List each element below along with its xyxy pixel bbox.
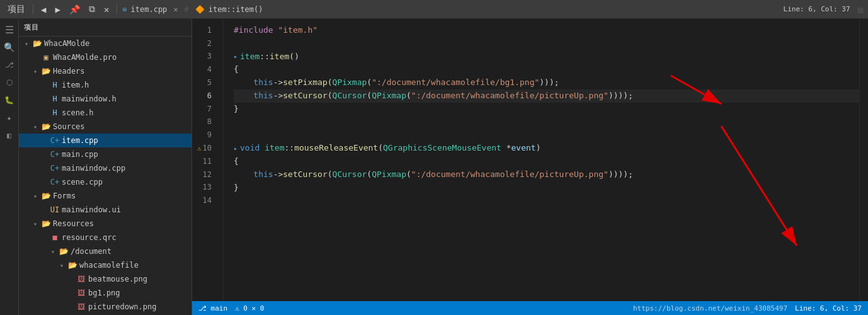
activity-branch-icon[interactable]: ⎇ xyxy=(1,57,18,73)
tree-item-document[interactable]: ▾📂/document xyxy=(19,244,191,258)
tree-icon-mainwindow_h: H xyxy=(49,94,60,103)
activity-search-icon[interactable]: 🔍 xyxy=(1,39,18,55)
code-line-1: #include "item.h" xyxy=(234,24,859,37)
tree-item-beatmouse[interactable]: 🖼beatmouse.png xyxy=(19,272,191,286)
tree-arrow-resources: ▾ xyxy=(30,220,40,227)
breadcrumb-label: item::item() xyxy=(208,5,263,14)
activity-layout-icon[interactable]: ◧ xyxy=(1,127,18,144)
tree-item-resources[interactable]: ▾📂Resources xyxy=(19,217,191,231)
line-number-12: 12 xyxy=(192,168,217,181)
tree-label-beatmouse: beatmouse.png xyxy=(88,275,191,284)
nav-back-button[interactable]: ◀ xyxy=(38,3,49,16)
tree-item-bg1[interactable]: 🖼bg1.png xyxy=(19,286,191,300)
tree-icon-mainwindow_cpp: C+ xyxy=(49,164,60,173)
tree-arrow-forms: ▾ xyxy=(30,193,40,200)
line-number-10: ⚠10 xyxy=(192,142,217,155)
expand-icon-10[interactable]: ▸ xyxy=(234,144,237,154)
line-number-2: 2 xyxy=(192,37,217,50)
tree-item-whacamolefile[interactable]: ▾📂whacamolefile xyxy=(19,258,191,272)
code-content-11: { xyxy=(234,155,239,168)
project-label[interactable]: 项目 xyxy=(5,3,28,16)
tree-arrow-sources: ▾ xyxy=(30,123,40,130)
line-number-9: 9 xyxy=(192,129,217,142)
tree-icon-scene_h: H xyxy=(49,108,60,117)
tree-icon-forms: 📂 xyxy=(40,192,52,200)
top-toolbar: 项目 ◀ ▶ 📌 ⧉ ✕ ⊕ item.cpp ✕ # 🔶 item::item… xyxy=(0,0,868,19)
tree-item-mainwindow_h[interactable]: Hmainwindow.h xyxy=(19,92,191,106)
tree-label-scene_h: scene.h xyxy=(62,108,191,117)
activity-menu-icon[interactable]: ☰ xyxy=(1,21,18,38)
tree-item-root[interactable]: ▾📂WhacAMolde xyxy=(19,37,191,50)
tree-icon-beatmouse: 🖼 xyxy=(76,275,87,284)
tree-arrow-root: ▾ xyxy=(21,40,31,47)
pin-button[interactable]: 📌 xyxy=(67,3,83,16)
tree-label-item_cpp: item.cpp xyxy=(62,136,191,145)
tree-item-resource_qrc[interactable]: ■resource.qrc xyxy=(19,231,191,244)
code-content-13: } xyxy=(234,181,239,195)
tree-arrow-document: ▾ xyxy=(48,248,58,255)
tree-icon-headers: 📂 xyxy=(40,67,52,76)
code-area[interactable]: #include "item.h"▸item::item(){ this->se… xyxy=(224,19,859,301)
code-content-1: #include "item.h" xyxy=(234,24,317,37)
tree-icon-pro: ▣ xyxy=(40,53,52,62)
tree-label-mainwindow_ui: mainwindow.ui xyxy=(62,205,191,214)
expand-icon-3[interactable]: ▸ xyxy=(234,52,237,62)
close-button[interactable]: ✕ xyxy=(101,3,111,16)
tree-item-item_cpp[interactable]: C+item.cpp xyxy=(19,134,191,147)
tree-label-pro: WhacAMolde.pro xyxy=(53,53,191,62)
toolbar-separator-2 xyxy=(117,4,117,14)
tree-icon-root: 📂 xyxy=(31,39,43,48)
tree-icon-bg1: 🖼 xyxy=(76,289,87,297)
tab-close-x[interactable]: ✕ xyxy=(173,5,178,14)
tree-item-mainwindow_cpp[interactable]: C+mainwindow.cpp xyxy=(19,161,191,175)
code-content-4: { xyxy=(234,63,239,76)
tree-label-whacamolefile: whacamolefile xyxy=(79,261,191,270)
code-line-11: { xyxy=(234,155,859,168)
tree-icon-picturedown: 🖼 xyxy=(76,302,87,311)
status-branch: ⎇ main xyxy=(198,304,227,312)
line-number-6: 6 xyxy=(192,89,217,103)
split-button[interactable]: ⧉ xyxy=(86,3,98,16)
scrollbar-track[interactable] xyxy=(859,19,868,301)
activity-star-icon[interactable]: ✦ xyxy=(1,110,18,126)
tree-label-sources: Sources xyxy=(53,122,191,131)
activity-bug-icon[interactable]: 🐛 xyxy=(1,92,18,108)
cursor-position: Line: 6, Col: 37 xyxy=(784,5,850,13)
tree-label-resource_qrc: resource.qrc xyxy=(62,233,191,242)
tree-item-scene_h[interactable]: Hscene.h xyxy=(19,106,191,120)
tree-label-root: WhacAMolde xyxy=(44,39,191,48)
tree-item-mainwindow_ui[interactable]: UImainwindow.ui xyxy=(19,203,191,217)
tab-filename[interactable]: item.cpp xyxy=(131,5,168,14)
tree-label-mainwindow_h: mainwindow.h xyxy=(62,94,191,103)
nav-forward-button[interactable]: ▶ xyxy=(52,3,62,16)
tree-icon-document: 📂 xyxy=(58,247,69,256)
tree-item-scene_cpp[interactable]: C+scene.cpp xyxy=(19,175,191,189)
tree-arrow-whacamolefile: ▾ xyxy=(57,262,67,269)
tree-item-main_cpp[interactable]: C+main.cpp xyxy=(19,147,191,161)
toolbar-separator xyxy=(33,4,33,14)
code-content-6: this->setCursor(QCursor(QPixmap(":/docum… xyxy=(234,89,633,103)
tree-item-sources[interactable]: ▾📂Sources xyxy=(19,120,191,134)
editor-area: 123456789⚠1011121314 #include "item.h"▸i… xyxy=(192,19,868,315)
status-left: ⎇ main ⚠ 0 ✕ 0 xyxy=(198,304,264,312)
tree-label-picturedown: picturedown.png xyxy=(88,302,191,311)
tree-item-picturedown[interactable]: 🖼picturedown.png xyxy=(19,300,191,314)
activity-hex-icon[interactable]: ⬡ xyxy=(1,74,18,91)
tree-label-mainwindow_cpp: mainwindow.cpp xyxy=(62,164,191,173)
activity-bar: ☰ 🔍 ⎇ ⬡ 🐛 ✦ ◧ xyxy=(0,19,19,315)
tab-sep: # xyxy=(185,5,189,14)
tree-icon-main_cpp: C+ xyxy=(49,150,60,159)
tree-icon-resources: 📂 xyxy=(40,219,52,228)
tree-item-forms[interactable]: ▾📂Forms xyxy=(19,189,191,203)
code-line-5: this->setPixmap(QPixmap(":/document/whac… xyxy=(234,76,859,89)
code-content-7: } xyxy=(234,103,239,116)
status-errors: ⚠ 0 ✕ 0 xyxy=(235,304,264,312)
code-line-10: ▸void item::mouseReleaseEvent(QGraphicsS… xyxy=(234,142,859,155)
tree-label-main_cpp: main.cpp xyxy=(62,150,191,159)
tree-item-headers[interactable]: ▾📂Headers xyxy=(19,64,191,78)
tree-item-item_h[interactable]: Hitem.h xyxy=(19,78,191,92)
code-line-14 xyxy=(234,194,859,207)
collapse-icon[interactable]: ▤ xyxy=(858,4,863,14)
status-bar: ⎇ main ⚠ 0 ✕ 0 https://blog.csdn.net/wei… xyxy=(192,301,868,315)
tree-item-pro[interactable]: ▣WhacAMolde.pro xyxy=(19,50,191,64)
